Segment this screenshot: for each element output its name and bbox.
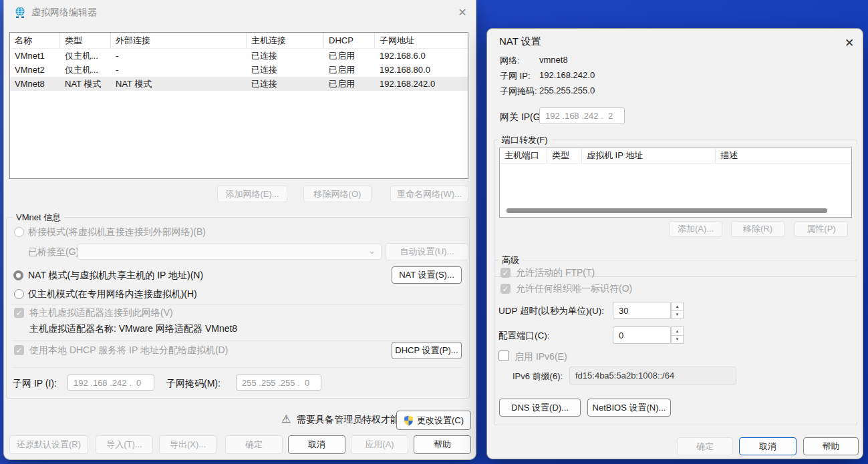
uac-shield-icon xyxy=(404,415,414,426)
bridged-mode-label: 桥接模式(将虚拟机直接连接到外部网络)(B) xyxy=(28,226,206,238)
udp-timeout-label: UDP 超时(以秒为单位)(U): xyxy=(498,305,604,317)
nat-settings-dialog: NAT 设置 ✕ 网络: vmnet8 子网 IP: 192.168.242.0… xyxy=(486,28,863,459)
allow-oui-label: 允许任何组织唯一标识符(O) xyxy=(516,283,632,295)
subnet-mask-value: 255.255.255.0 xyxy=(539,85,595,95)
ok-button[interactable]: 确定 xyxy=(225,435,283,454)
connect-adapter-label: 将主机虚拟适配器连接到此网络(V) xyxy=(29,307,173,319)
networks-table-header: 名称 类型 外部连接 主机连接 DHCP 子网地址 xyxy=(10,33,468,49)
networks-table: 名称 类型 外部连接 主机连接 DHCP 子网地址 VMnet1 仅主机... … xyxy=(9,32,468,179)
bridged-to-dropdown[interactable]: ⌄ xyxy=(78,244,382,260)
subnet-mask-label: 子网掩码(M): xyxy=(166,378,221,390)
col-header-dhcp[interactable]: DHCP xyxy=(324,33,375,48)
help-button[interactable]: 帮助 xyxy=(414,435,471,454)
virtual-network-editor-window: 虚拟网络编辑器 ✕ 名称 类型 外部连接 主机连接 DHCP 子网地址 VMne… xyxy=(3,0,476,460)
spin-up-icon[interactable]: ▲ xyxy=(671,302,684,310)
divider xyxy=(12,340,464,341)
col-header-host[interactable]: 主机连接 xyxy=(247,33,324,48)
cancel-button[interactable]: 取消 xyxy=(739,437,797,455)
nat-mode-label: NAT 模式(与虚拟机共享主机的 IP 地址)(N) xyxy=(28,270,203,282)
hostonly-mode-label: 仅主机模式(在专用网络内连接虚拟机)(H) xyxy=(28,288,197,300)
advanced-group-label: 高级 xyxy=(498,254,523,266)
bridged-to-label: 已桥接至(G): xyxy=(28,246,82,258)
apply-button[interactable]: 应用(A) xyxy=(351,435,408,454)
import-button[interactable]: 导入(T)... xyxy=(96,435,153,454)
table-row-vmnet1[interactable]: VMnet1 仅主机... - 已连接 已启用 192.168.6.0 xyxy=(10,49,468,63)
pf-remove-button[interactable]: 移除(R) xyxy=(731,221,784,237)
table-row-vmnet8-selected[interactable]: VMnet8 NAT 模式 NAT 模式 已连接 已启用 192.168.242… xyxy=(10,77,468,91)
nat-settings-button[interactable]: NAT 设置(S)... xyxy=(392,266,462,284)
allow-oui-checkbox[interactable]: ✓ xyxy=(500,284,511,294)
vmnet-info-group-label: VMnet 信息 xyxy=(13,212,64,224)
gateway-ip-input[interactable] xyxy=(539,107,625,124)
col-header-type[interactable]: 类型 xyxy=(60,33,111,48)
rename-network-button[interactable]: 重命名网络(W)... xyxy=(390,186,468,202)
remove-network-button[interactable]: 移除网络(O) xyxy=(303,186,372,202)
netbios-settings-button[interactable]: NetBIOS 设置(N)... xyxy=(587,399,671,417)
config-port-input[interactable] xyxy=(613,326,671,344)
ipv6-prefix-label: IPv6 前缀(6): xyxy=(513,371,563,383)
auto-settings-button[interactable]: 自动设置(U)... xyxy=(386,243,468,260)
close-icon[interactable]: ✕ xyxy=(840,34,859,51)
enable-ipv6-label: 启用 IPv6(E) xyxy=(515,351,567,363)
config-port-stepper[interactable]: ▲ ▼ xyxy=(671,326,684,344)
nat-mode-radio[interactable] xyxy=(13,270,23,280)
local-dhcp-label: 使用本地 DHCP 服务将 IP 地址分配给虚拟机(D) xyxy=(29,344,228,357)
allow-active-ftp-checkbox[interactable]: ✓ xyxy=(500,268,511,278)
subnet-ip-value: 192.168.242.0 xyxy=(539,70,595,80)
col-header-name[interactable]: 名称 xyxy=(10,33,60,48)
dialog-title: NAT 设置 xyxy=(499,35,541,48)
network-label: 网络: xyxy=(500,55,520,67)
subnet-ip-input[interactable] xyxy=(67,375,154,391)
col-header-subnet[interactable]: 子网地址 xyxy=(375,33,468,48)
restore-defaults-button[interactable]: 还原默认设置(R) xyxy=(9,435,88,454)
ok-button[interactable]: 确定 xyxy=(677,437,733,455)
port-forwarding-group-label: 端口转发(F) xyxy=(498,134,551,146)
hostonly-mode-radio[interactable] xyxy=(14,289,24,299)
subnet-mask-input[interactable] xyxy=(236,375,321,391)
network-globe-icon xyxy=(13,5,27,19)
help-button[interactable]: 帮助 xyxy=(803,437,859,455)
network-value: vmnet8 xyxy=(539,55,568,65)
cancel-button[interactable]: 取消 xyxy=(288,435,345,454)
connect-adapter-checkbox[interactable]: ✓ xyxy=(14,308,24,318)
add-network-button[interactable]: 添加网络(E)... xyxy=(217,186,287,202)
subnet-mask-label: 子网掩码: xyxy=(500,85,537,97)
spin-down-icon[interactable]: ▼ xyxy=(671,335,684,344)
table-row-vmnet2[interactable]: VMnet2 仅主机... - 已连接 已启用 192.168.80.0 xyxy=(10,63,468,77)
pf-properties-button[interactable]: 属性(P) xyxy=(794,221,848,237)
col-header-host-port[interactable]: 主机端口 xyxy=(500,148,547,163)
warning-triangle-icon: ⚠ xyxy=(281,413,291,425)
change-settings-button[interactable]: 更改设置(C) xyxy=(396,411,471,430)
allow-active-ftp-label: 允许活动的 FTP(T) xyxy=(516,267,595,279)
udp-timeout-stepper[interactable]: ▲ ▼ xyxy=(671,302,684,319)
horizontal-scrollbar[interactable] xyxy=(507,208,827,213)
close-icon[interactable]: ✕ xyxy=(453,4,472,20)
config-port-label: 配置端口(C): xyxy=(498,330,550,342)
local-dhcp-checkbox[interactable]: ✓ xyxy=(14,345,24,355)
pf-add-button[interactable]: 添加(A)... xyxy=(669,221,722,237)
port-forwarding-table-header: 主机端口 类型 虚拟机 IP 地址 描述 xyxy=(500,148,851,164)
divider xyxy=(12,304,464,305)
chevron-down-icon: ⌄ xyxy=(368,246,376,256)
col-header-vm-ip[interactable]: 虚拟机 IP 地址 xyxy=(582,148,716,163)
dns-settings-button[interactable]: DNS 设置(D)... xyxy=(499,399,581,417)
col-header-type[interactable]: 类型 xyxy=(547,148,582,163)
subnet-ip-label: 子网 IP: xyxy=(500,70,531,82)
adapter-name-label: 主机虚拟适配器名称: VMware 网络适配器 VMnet8 xyxy=(29,323,237,335)
bridged-mode-radio[interactable] xyxy=(14,227,24,237)
subnet-ip-label: 子网 IP (I): xyxy=(13,378,57,390)
spin-down-icon[interactable]: ▼ xyxy=(671,310,684,320)
window-title: 虚拟网络编辑器 xyxy=(31,7,97,19)
change-settings-label: 更改设置(C) xyxy=(417,415,464,427)
ipv6-prefix-input[interactable] xyxy=(569,367,736,385)
dhcp-settings-button[interactable]: DHCP 设置(P)... xyxy=(392,342,462,359)
enable-ipv6-checkbox[interactable] xyxy=(498,351,509,361)
col-header-description[interactable]: 描述 xyxy=(716,148,851,163)
port-forwarding-table: 主机端口 类型 虚拟机 IP 地址 描述 xyxy=(499,148,852,218)
spin-up-icon[interactable]: ▲ xyxy=(671,326,684,335)
udp-timeout-input[interactable] xyxy=(613,302,671,319)
titlebar[interactable]: 虚拟网络编辑器 ✕ xyxy=(4,0,476,24)
divider xyxy=(12,367,464,368)
col-header-external[interactable]: 外部连接 xyxy=(111,33,247,48)
export-button[interactable]: 导出(X)... xyxy=(159,435,216,454)
